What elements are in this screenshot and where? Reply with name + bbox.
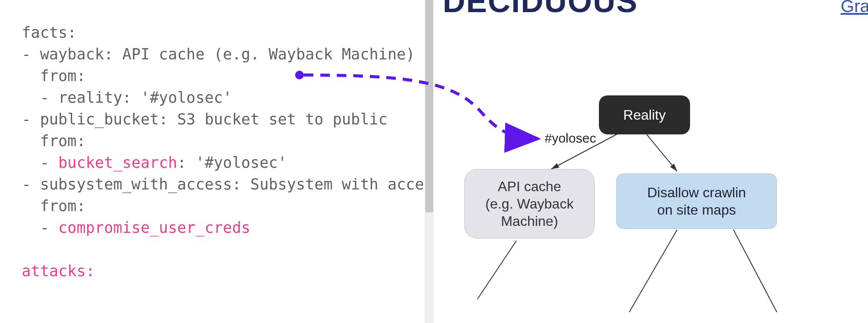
yaml-line: - wayback: API cache (e.g. Wayback Machi… [22, 46, 415, 63]
yaml-line: - public_bucket: S3 bucket set to public [22, 111, 388, 128]
svg-line-3 [629, 230, 677, 312]
yaml-line: - bucket_search: '#yolosec' [22, 154, 287, 171]
graph-node-reality[interactable]: Reality [599, 95, 690, 134]
yaml-line: attacks: [22, 262, 95, 280]
edge-label-yolosec: #yolosec [545, 131, 596, 146]
app-logo: DECIDUOUS [443, 0, 638, 19]
editor-scrollbar[interactable] [424, 0, 434, 323]
svg-line-4 [733, 230, 777, 312]
yaml-line: - subsystem_with_access: Subsystem with … [22, 176, 424, 193]
graph-pane[interactable]: DECIDUOUS Grap Reality API cache (e.g. W… [434, 0, 868, 323]
graph-node-api-cache[interactable]: API cache (e.g. Wayback Machine) [464, 169, 595, 238]
yaml-line: from: [22, 197, 86, 215]
svg-line-2 [477, 241, 516, 299]
graph-edges [434, 0, 868, 323]
yaml-line: - reality: '#yolosec' [22, 89, 232, 106]
graph-link[interactable]: Grap [841, 0, 868, 16]
graph-node-disallow-crawling[interactable]: Disallow crawlin on site maps [616, 173, 777, 229]
scrollbar-thumb[interactable] [425, 0, 433, 212]
yaml-line: from: [22, 132, 86, 150]
yaml-line [22, 241, 31, 258]
code-editor[interactable]: facts: - wayback: API cache (e.g. Waybac… [0, 0, 434, 323]
yaml-line: facts: [22, 24, 76, 41]
yaml-line: - compromise_user_creds [22, 219, 250, 236]
graph-node-label: API cache (e.g. Wayback Machine) [485, 178, 573, 230]
svg-line-1 [647, 134, 677, 171]
graph-node-label: Disallow crawlin on site maps [647, 184, 746, 219]
yaml-line: from: [22, 67, 86, 85]
